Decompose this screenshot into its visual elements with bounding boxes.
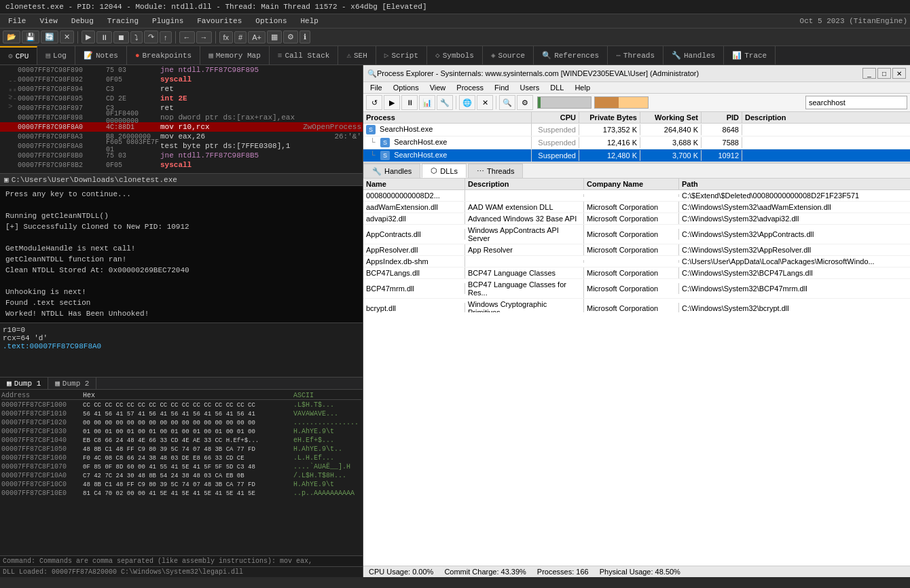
pe-close-btn[interactable]: ✕ bbox=[892, 68, 906, 79]
pe-menu-dll[interactable]: DLL bbox=[546, 83, 568, 92]
tab-handles[interactable]: 🔧 Handles bbox=[663, 46, 724, 65]
pe-menu-find[interactable]: Find bbox=[490, 83, 513, 92]
dump-hex: 56 41 56 41 57 41 56 41 56 41 56 41 56 4… bbox=[83, 411, 293, 418]
tb-mem[interactable]: ▦ bbox=[267, 31, 282, 43]
process-icon: S bbox=[380, 138, 390, 147]
pe-menu-help[interactable]: Help bbox=[570, 83, 594, 92]
dll-desc: App Resolver bbox=[465, 244, 584, 255]
dump-tab-2[interactable]: ▦ Dump 2 bbox=[48, 378, 96, 389]
dump-ascii: ................ bbox=[293, 419, 361, 426]
dump-row: 00007FF87C8F1070 0F 85 0F 8D 60 00 41 55… bbox=[1, 462, 361, 471]
dll-path: C:\Windows\System32\BCP47Langs.dll bbox=[679, 268, 910, 278]
tb-step-out[interactable]: ↑ bbox=[160, 31, 172, 43]
tb-forward[interactable]: → bbox=[196, 31, 212, 43]
dll-list-scroll[interactable]: 00080000000008D2... C:\$Extend\$Deleted\… bbox=[363, 190, 910, 312]
dll-path: C:\Windows\System32\bcrypt.dll bbox=[679, 303, 910, 312]
tab-source[interactable]: ◈ Source bbox=[483, 46, 534, 65]
pe-tb-handles[interactable]: 🔧 bbox=[437, 95, 453, 110]
pe-tb-restart[interactable]: ↺ bbox=[366, 95, 382, 110]
tab-references[interactable]: 🔍 References bbox=[534, 46, 608, 65]
tb-restart[interactable]: 🔄 bbox=[41, 31, 58, 43]
menu-file[interactable]: File bbox=[3, 16, 31, 26]
pe-tb-graph[interactable]: 📊 bbox=[419, 95, 435, 110]
tab-script[interactable]: ▷ Script bbox=[376, 46, 427, 65]
disasm-row: 00007FF87C98F8A8 F605 0803FE7F 01 test b… bbox=[0, 141, 363, 151]
tb-save[interactable]: 💾 bbox=[22, 31, 39, 43]
pe-minimize-btn[interactable]: _ bbox=[862, 68, 876, 79]
pe-menu-process[interactable]: Process bbox=[452, 83, 488, 92]
dll-desc: BCP47 Language Classes for Res... bbox=[465, 279, 584, 298]
dump-hex: 48 8B C1 48 FF C9 80 39 5C 74 07 48 3B C… bbox=[83, 481, 293, 488]
menu-tracing[interactable]: Tracing bbox=[102, 16, 144, 26]
pe-tb-network[interactable]: 🌐 bbox=[459, 95, 475, 110]
pe-col-process-header: Process bbox=[363, 112, 532, 123]
tb-cfg[interactable]: ⚙ bbox=[283, 31, 298, 43]
pe-tb-pause[interactable]: ⏸ bbox=[401, 95, 418, 110]
tb-hash[interactable]: # bbox=[234, 31, 247, 43]
pe-tab-handles[interactable]: 🔧 Handles bbox=[363, 164, 420, 178]
tab-breakpoints[interactable]: ● Breakpoints bbox=[127, 46, 200, 65]
pe-proc-row[interactable]: └ S SearchHost.exe Suspended 12,416 K 3,… bbox=[363, 136, 910, 149]
pe-col-private: 12,480 K bbox=[579, 150, 640, 161]
menu-plugins[interactable]: Plugins bbox=[147, 16, 189, 26]
pe-proc-row-selected[interactable]: └ S SearchHost.exe Suspended 12,480 K 3,… bbox=[363, 149, 910, 162]
dump-tab-1[interactable]: ▦ Dump 1 bbox=[0, 378, 48, 389]
pe-col-cpu-header: CPU bbox=[532, 112, 579, 123]
tb-about[interactable]: ℹ bbox=[299, 31, 310, 43]
tb-open[interactable]: 📂 bbox=[3, 31, 20, 43]
tb-fx[interactable]: fx bbox=[219, 31, 234, 43]
tab-cpu[interactable]: ⚙ CPU bbox=[0, 46, 37, 65]
cpu-suspended: Suspended bbox=[538, 139, 576, 147]
tab-threads[interactable]: ⋯ Threads bbox=[608, 46, 663, 65]
disasm-instr: int 2E bbox=[160, 94, 361, 103]
pe-col-working-header: Working Set bbox=[640, 112, 702, 123]
pe-tb-settings[interactable]: ⚙ bbox=[517, 95, 533, 110]
menu-favourites[interactable]: Favourites bbox=[192, 16, 247, 26]
terminal-line: Clean NTDLL Stored At: 0x00000269BEC7204… bbox=[5, 265, 357, 276]
tb-close[interactable]: ✕ bbox=[60, 31, 74, 43]
tab-call-stack[interactable]: ≡ Call Stack bbox=[270, 46, 339, 65]
tab-notes[interactable]: 📝 Notes bbox=[75, 46, 127, 65]
tab-cs-label: Call Stack bbox=[285, 52, 329, 60]
tb-run[interactable]: ▶ bbox=[81, 31, 95, 43]
tb-pause[interactable]: ⏸ bbox=[96, 31, 112, 43]
disasm-instr: syscall bbox=[160, 75, 361, 84]
tab-trace[interactable]: 📊 Trace bbox=[724, 46, 776, 65]
pe-menu-file[interactable]: File bbox=[366, 83, 386, 92]
pe-dll-row: BCP47mrm.dll BCP47 Language Classes for … bbox=[363, 279, 910, 299]
pe-tb-run[interactable]: ▶ bbox=[384, 95, 400, 110]
menu-debug[interactable]: Debug bbox=[66, 16, 99, 26]
tab-log[interactable]: ▤ Log bbox=[37, 46, 75, 65]
pe-menu-view[interactable]: View bbox=[426, 83, 450, 92]
terminal-line: [+] Successfully Cloned to New PID: 1091… bbox=[5, 221, 357, 232]
dll-name: advapi32.dll bbox=[363, 213, 465, 224]
menu-view[interactable]: View bbox=[34, 16, 62, 26]
terminal-line: getCleanNTDLL function ran! bbox=[5, 254, 357, 265]
tb-stop[interactable]: ⏹ bbox=[113, 31, 129, 43]
pe-proc-row[interactable]: S SearchHost.exe Suspended 173,352 K 264… bbox=[363, 124, 910, 136]
dll-desc: Windows Cryptographic Primitives ... bbox=[465, 299, 584, 312]
tab-script-icon: ▷ bbox=[384, 51, 389, 60]
pe-tb-kill[interactable]: ✕ bbox=[477, 95, 493, 110]
pe-tab-dlls[interactable]: ⬡ DLLs bbox=[422, 164, 467, 178]
tb-font[interactable]: A+ bbox=[248, 31, 266, 43]
tb-back[interactable]: ← bbox=[179, 31, 195, 43]
disasm-row: 00007FF87C98F8B0 75 03 jne ntdll.7FF87C9… bbox=[0, 151, 363, 160]
pe-maximize-btn[interactable]: □ bbox=[877, 68, 891, 79]
pe-tab-threads[interactable]: ⋯ Threads bbox=[468, 164, 523, 178]
disasm-bytes: 75 03 bbox=[106, 152, 160, 160]
tab-notes-label: Notes bbox=[96, 52, 118, 60]
pe-search-input[interactable] bbox=[805, 96, 907, 109]
menu-help[interactable]: Help bbox=[295, 16, 324, 26]
pe-tb-search[interactable]: 🔍 bbox=[499, 95, 515, 110]
tab-hdl-icon: 🔧 bbox=[672, 51, 681, 60]
disasm-row: 00007FF87C98F897 C3 ret bbox=[0, 103, 363, 113]
tab-memory-map[interactable]: ▦ Memory Map bbox=[200, 46, 270, 65]
tab-symbols[interactable]: ◇ Symbols bbox=[427, 46, 483, 65]
pe-menu-options[interactable]: Options bbox=[389, 83, 423, 92]
pe-menu-users[interactable]: Users bbox=[515, 83, 543, 92]
tb-step-into[interactable]: ⤵ bbox=[130, 31, 143, 43]
tab-seh[interactable]: ⚠ SEH bbox=[338, 46, 376, 65]
tb-step-over[interactable]: ↷ bbox=[144, 31, 158, 43]
menu-options[interactable]: Options bbox=[250, 16, 292, 26]
